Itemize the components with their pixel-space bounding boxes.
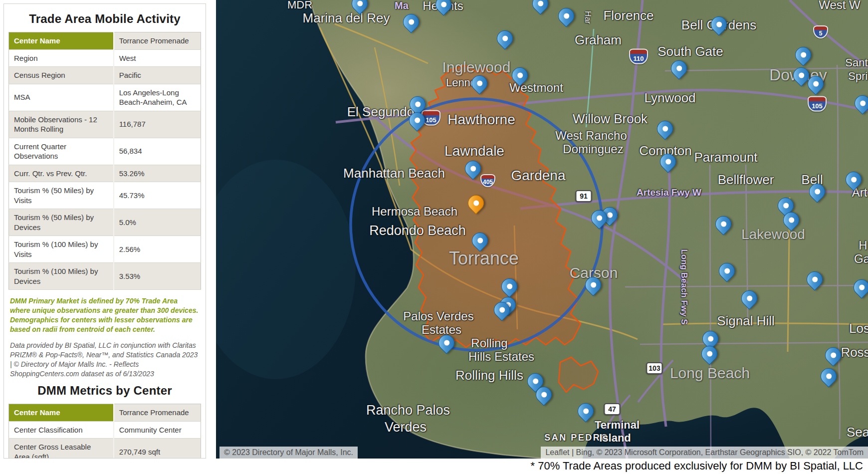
- shopping-center-pin-icon[interactable]: [501, 278, 516, 293]
- shopping-center-pin-icon[interactable]: [854, 279, 868, 294]
- map-place-label: Lakewood: [741, 227, 805, 242]
- row-label: Mobile Observations - 12 Months Rolling: [9, 111, 114, 138]
- shopping-center-pin-icon[interactable]: [532, 0, 547, 10]
- shopping-center-pin-icon[interactable]: [821, 368, 836, 383]
- shopping-center-pin-icon[interactable]: [795, 47, 810, 62]
- shopping-center-pin-icon[interactable]: [702, 331, 717, 346]
- row-value: Torrance Promenade: [114, 404, 201, 422]
- map-place-label: Rolling Hills: [455, 368, 523, 383]
- shopping-center-pin-icon[interactable]: [778, 198, 793, 213]
- shopping-center-pin-icon[interactable]: [409, 112, 424, 127]
- app-root: Trade Area Mobile Activity Center NameTo…: [0, 0, 868, 474]
- map-place-label: Terminal: [595, 419, 640, 432]
- table-row: Tourism % (50 Miles) by Visits45.73%: [9, 182, 201, 209]
- map-attribution-leaflet: Leaflet | Bing, © 2023 Microsoft Corpora…: [541, 447, 868, 459]
- shopping-center-pin-icon[interactable]: [585, 277, 600, 292]
- shopping-center-pin-icon[interactable]: [807, 271, 822, 286]
- map-place-label: South Gate: [657, 44, 723, 59]
- map-place-label: Bellflower: [718, 172, 774, 188]
- table-row: Center ClassificationCommunity Center: [9, 421, 201, 439]
- shopping-center-pin-icon[interactable]: [741, 290, 756, 305]
- shopping-center-pin-icon[interactable]: [711, 16, 726, 31]
- trade-area-footnote: * 70% Trade Areas produced exclusively f…: [531, 460, 863, 473]
- map-place-label: Island: [599, 432, 631, 445]
- trade-area-table: Center NameTorrance PromenadeRegionWestC…: [8, 32, 201, 290]
- shopping-center-pin-icon[interactable]: [558, 8, 573, 23]
- map-place-label: Paramount: [694, 150, 757, 165]
- map-place-label: West Rancho: [555, 129, 627, 143]
- shopping-center-pin-icon[interactable]: [472, 233, 487, 247]
- row-label: Center Classification: [9, 421, 114, 439]
- table-row: Tourism % (50 Miles) by Devices5.0%: [9, 209, 201, 236]
- map-place-label: Hermosa Beach: [372, 205, 457, 219]
- table-row: MSALos Angeles-Long Beach-Anaheim, CA: [9, 84, 201, 111]
- shopping-center-pin-icon[interactable]: [719, 263, 734, 278]
- row-label: Census Region: [9, 67, 114, 84]
- map-place-label: Palos Verdes: [403, 309, 473, 323]
- row-label: Tourism % (50 Miles) by Visits: [9, 182, 114, 209]
- map-place-label: Seal: [847, 425, 868, 440]
- row-value: Torrance Promenade: [114, 32, 201, 50]
- row-label: Current Quarter Observations: [9, 138, 114, 165]
- shopping-center-pin-icon[interactable]: [497, 30, 512, 45]
- map-place-label: Verdes: [385, 420, 427, 435]
- shopping-center-pin-icon[interactable]: [352, 0, 367, 10]
- shopping-center-pin-icon[interactable]: [855, 95, 868, 110]
- shopping-center-pin-icon[interactable]: [410, 96, 425, 111]
- map-place-label: Santa: [845, 56, 868, 69]
- shopping-center-pin-icon[interactable]: [465, 161, 480, 176]
- shopping-center-pin-icon[interactable]: [471, 75, 486, 90]
- row-value: 56,834: [114, 138, 201, 165]
- shopping-center-pin-icon[interactable]: [403, 14, 418, 29]
- shopping-center-pin-icon[interactable]: [438, 335, 453, 350]
- shopping-center-pin-icon[interactable]: [512, 67, 527, 82]
- shopping-center-pin-icon[interactable]: [671, 60, 686, 75]
- interstate-shield-icon: 110: [629, 49, 648, 64]
- row-value: 3.53%: [114, 263, 201, 290]
- map-place-label: Redondo Beach: [369, 223, 466, 238]
- map-place-label: Florence: [603, 8, 653, 23]
- row-value: 45.73%: [114, 182, 201, 209]
- map-place-label: Ross: [841, 345, 868, 360]
- map-canvas[interactable]: 10511040551059110347 MDRMaHeightsWest WM…: [216, 0, 868, 459]
- row-value: 5.0%: [114, 209, 201, 236]
- shopping-center-pin-icon[interactable]: [701, 346, 716, 361]
- shopping-center-pin-icon[interactable]: [783, 212, 798, 227]
- table-row: Tourism % (100 Miles) by Devices3.53%: [9, 263, 201, 290]
- shopping-center-pin-icon[interactable]: [660, 154, 675, 169]
- row-label: Tourism % (100 Miles) by Devices: [9, 263, 114, 290]
- row-value: Los Angeles-Long Beach-Anaheim, CA: [114, 84, 201, 111]
- shopping-center-pin-icon[interactable]: [846, 172, 861, 187]
- shopping-center-pin-icon[interactable]: [591, 210, 606, 225]
- row-value: 270,749 sqft: [114, 439, 201, 459]
- shopping-center-pin-icon[interactable]: [435, 0, 450, 11]
- row-label: Center Name: [9, 404, 114, 422]
- shopping-center-pin-icon[interactable]: [527, 373, 542, 388]
- row-label: Tourism % (100 Miles) by Visits: [9, 236, 114, 263]
- selected-center-pin[interactable]: [468, 195, 483, 210]
- row-label: MSA: [9, 84, 114, 111]
- map-place-label: Inglewood: [442, 59, 511, 76]
- shopping-center-pin-icon[interactable]: [536, 387, 551, 402]
- shopping-center-pin-icon[interactable]: [578, 403, 593, 418]
- map-place-label: Ma: [395, 0, 409, 11]
- table-row: Tourism % (100 Miles) by Visits2.56%: [9, 236, 201, 263]
- map-attribution-dmm: © 2023 Directory of Major Malls, Inc.: [219, 447, 358, 459]
- shopping-center-pin-icon[interactable]: [793, 67, 808, 82]
- map-place-label: Willow Brook: [573, 111, 648, 127]
- row-value: 116,787: [114, 111, 201, 138]
- shopping-center-pin-icon[interactable]: [825, 347, 840, 362]
- table-row: Center Gross Leasable Area (sqft)270,749…: [9, 439, 201, 459]
- shopping-center-pin-icon[interactable]: [715, 216, 730, 231]
- shopping-center-pin-icon[interactable]: [808, 76, 823, 91]
- map-place-label: Gardena: [511, 168, 566, 184]
- row-value: West: [114, 49, 201, 67]
- dmm-metrics-panel-title: DMM Metrics by Center: [8, 384, 201, 398]
- shopping-center-pin-icon[interactable]: [809, 184, 824, 199]
- row-label: Region: [9, 49, 114, 67]
- map-place-label: Har: [583, 11, 592, 24]
- map-place-label: Signal Hill: [717, 313, 775, 329]
- map-place-label: Dominguez: [563, 142, 623, 156]
- shopping-center-pin-icon[interactable]: [494, 302, 509, 317]
- shopping-center-pin-icon[interactable]: [657, 121, 672, 136]
